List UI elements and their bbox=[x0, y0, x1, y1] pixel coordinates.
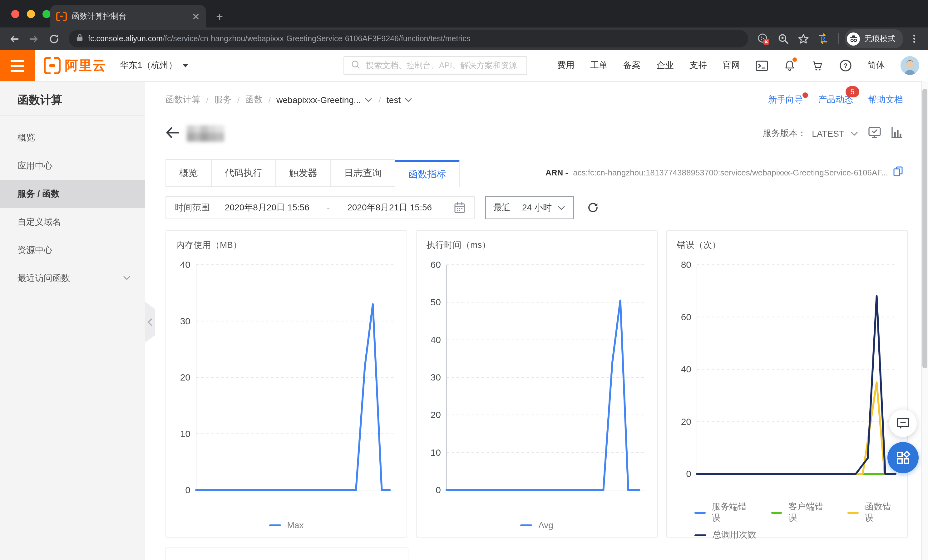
nav-item-icp[interactable]: 备案 bbox=[623, 60, 641, 71]
breadcrumb-function-name[interactable]: test bbox=[386, 95, 412, 105]
widgets-icon bbox=[895, 450, 911, 465]
nav-item-website[interactable]: 官网 bbox=[722, 60, 740, 71]
address-bar[interactable]: fc.console.aliyun.com/fc/service/cn-hang… bbox=[69, 30, 748, 47]
close-tab-icon[interactable]: ✕ bbox=[192, 12, 200, 21]
sidebar-item-overview[interactable]: 概览 bbox=[0, 124, 145, 152]
close-window-button[interactable] bbox=[11, 10, 19, 18]
back-icon[interactable] bbox=[5, 30, 23, 47]
incognito-label: 无痕模式 bbox=[864, 34, 896, 44]
legend-item-server-errors: 服务端错误 bbox=[694, 501, 752, 524]
bookmark-star-icon[interactable] bbox=[794, 30, 812, 47]
svg-text:10: 10 bbox=[180, 429, 191, 439]
chevron-down-icon bbox=[850, 129, 859, 138]
svg-text:30: 30 bbox=[180, 316, 191, 326]
sidebar-title: 函数计算 bbox=[0, 82, 145, 116]
back-arrow-icon[interactable] bbox=[165, 127, 179, 141]
nav-item-billing[interactable]: 费用 bbox=[557, 60, 574, 71]
incognito-icon bbox=[847, 32, 860, 45]
time-range-label: 时间范围 bbox=[175, 202, 210, 213]
svg-text:40: 40 bbox=[430, 335, 441, 345]
svg-text:0: 0 bbox=[686, 468, 691, 479]
service-version-select[interactable]: 服务版本： LATEST bbox=[763, 128, 859, 139]
browser-menu-icon[interactable] bbox=[905, 30, 923, 47]
chevron-down-icon bbox=[364, 96, 373, 104]
tab-overview[interactable]: 概览 bbox=[165, 159, 212, 187]
sidebar-item-recent-functions[interactable]: 最近访问函数 bbox=[0, 264, 145, 292]
tab-function-metrics[interactable]: 函数指标 bbox=[395, 160, 459, 187]
breadcrumb-function[interactable]: 函数 bbox=[246, 94, 263, 105]
sidebar-item-custom-domain[interactable]: 自定义域名 bbox=[0, 208, 145, 236]
link-beginner-guide[interactable]: 新手向导 bbox=[768, 94, 803, 105]
time-range-start: 2020年8月20日 15:56 bbox=[225, 202, 310, 213]
cloudshell-icon[interactable] bbox=[756, 60, 768, 71]
link-product-news[interactable]: 产品动态5 bbox=[818, 94, 853, 105]
sidebar-item-app-center[interactable]: 应用中心 bbox=[0, 152, 145, 180]
cart-icon[interactable] bbox=[811, 60, 824, 72]
fullscreen-window-button[interactable] bbox=[43, 10, 50, 18]
breadcrumb-separator: / bbox=[206, 95, 209, 105]
reload-icon[interactable] bbox=[45, 30, 63, 47]
widgets-panel-button[interactable] bbox=[887, 442, 919, 473]
scrollbar-thumb[interactable] bbox=[922, 89, 927, 368]
nav-item-tickets[interactable]: 工单 bbox=[590, 60, 607, 71]
svg-text:20: 20 bbox=[681, 417, 691, 427]
aliyun-logo[interactable]: 阿里云 bbox=[44, 57, 106, 74]
user-avatar[interactable] bbox=[901, 56, 919, 75]
breadcrumb-service-name[interactable]: webapixxx-Greeting... bbox=[276, 95, 373, 105]
header-links: 新手向导 产品动态5 帮助文档 bbox=[768, 94, 903, 105]
region-selector[interactable]: 华东1（杭州） bbox=[120, 60, 189, 71]
tab-title: 函数计算控制台 bbox=[72, 11, 187, 21]
feedback-chat-button[interactable] bbox=[889, 409, 917, 437]
tab-code-execution[interactable]: 代码执行 bbox=[211, 159, 276, 187]
zoom-icon[interactable] bbox=[774, 30, 792, 47]
breadcrumb-function-compute[interactable]: 函数计算 bbox=[165, 94, 200, 105]
svg-text:60: 60 bbox=[681, 312, 691, 322]
legend-dash bbox=[269, 524, 281, 526]
breadcrumb-separator: / bbox=[379, 95, 381, 105]
arn-value: acs:fc:cn-hangzhou:1813774388953700:serv… bbox=[573, 168, 888, 177]
tab-log-query[interactable]: 日志查询 bbox=[330, 159, 395, 187]
browser-tab[interactable]: 函数计算控制台 ✕ bbox=[50, 5, 206, 27]
tab-triggers[interactable]: 触发器 bbox=[275, 159, 331, 187]
nav-item-language[interactable]: 简体 bbox=[867, 60, 885, 71]
aliyun-logo-icon bbox=[44, 57, 61, 74]
new-tab-button[interactable]: + bbox=[216, 11, 223, 23]
main-content: 函数计算 / 服务 / 函数 / webapixxx-Greeting... /… bbox=[145, 82, 928, 560]
link-help-docs[interactable]: 帮助文档 bbox=[868, 94, 903, 105]
nav-item-enterprise[interactable]: 企业 bbox=[656, 60, 674, 71]
breadcrumb-service[interactable]: 服务 bbox=[214, 94, 232, 105]
global-search-input[interactable]: 搜索文档、控制台、API、解决方案和资源 bbox=[343, 56, 527, 75]
cookie-blocked-icon[interactable] bbox=[754, 30, 772, 47]
extension-icon[interactable]: R bbox=[814, 30, 832, 47]
help-icon[interactable]: ? bbox=[839, 59, 852, 72]
bar-chart-icon[interactable] bbox=[891, 127, 903, 140]
notification-dot bbox=[792, 58, 797, 62]
svg-text:40: 40 bbox=[681, 364, 691, 374]
region-label: 华东1（杭州） bbox=[120, 60, 177, 71]
minimize-window-button[interactable] bbox=[27, 10, 35, 18]
legend-dash bbox=[520, 524, 532, 526]
forward-icon[interactable] bbox=[25, 30, 43, 47]
refresh-icon[interactable] bbox=[587, 201, 599, 214]
search-placeholder: 搜索文档、控制台、API、解决方案和资源 bbox=[366, 60, 517, 71]
chart-title: 错误（次） bbox=[677, 240, 897, 251]
quick-range-select[interactable]: 最近 24 小时 bbox=[485, 196, 574, 219]
incognito-badge: 无痕模式 bbox=[845, 29, 903, 48]
monitor-check-icon[interactable] bbox=[868, 127, 881, 140]
sidebar-item-resource-center[interactable]: 资源中心 bbox=[0, 236, 145, 264]
copy-icon[interactable] bbox=[893, 166, 903, 179]
service-version-controls: 服务版本： LATEST bbox=[763, 127, 903, 140]
notifications-bell-icon[interactable] bbox=[784, 59, 795, 72]
svg-text:30: 30 bbox=[430, 372, 441, 382]
console-top-nav: 阿里云 华东1（杭州） 搜索文档、控制台、API、解决方案和资源 费用 工单 备… bbox=[0, 50, 928, 82]
legend-label: Max bbox=[287, 520, 304, 530]
nav-item-support[interactable]: 支持 bbox=[690, 60, 707, 71]
top-nav-menu: 费用 工单 备案 企业 支持 官网 ? 简体 bbox=[557, 50, 919, 81]
svg-text:40: 40 bbox=[180, 259, 191, 270]
calendar-icon[interactable] bbox=[454, 201, 465, 214]
time-range-picker[interactable]: 时间范围 2020年8月20日 15:56 - 2020年8月21日 15:56 bbox=[165, 196, 475, 219]
hamburger-menu-button[interactable] bbox=[0, 50, 35, 81]
quick-range-label: 最近 bbox=[493, 202, 511, 213]
region-caret-icon bbox=[182, 64, 189, 67]
sidebar-item-services-functions[interactable]: 服务 / 函数 bbox=[0, 180, 145, 208]
